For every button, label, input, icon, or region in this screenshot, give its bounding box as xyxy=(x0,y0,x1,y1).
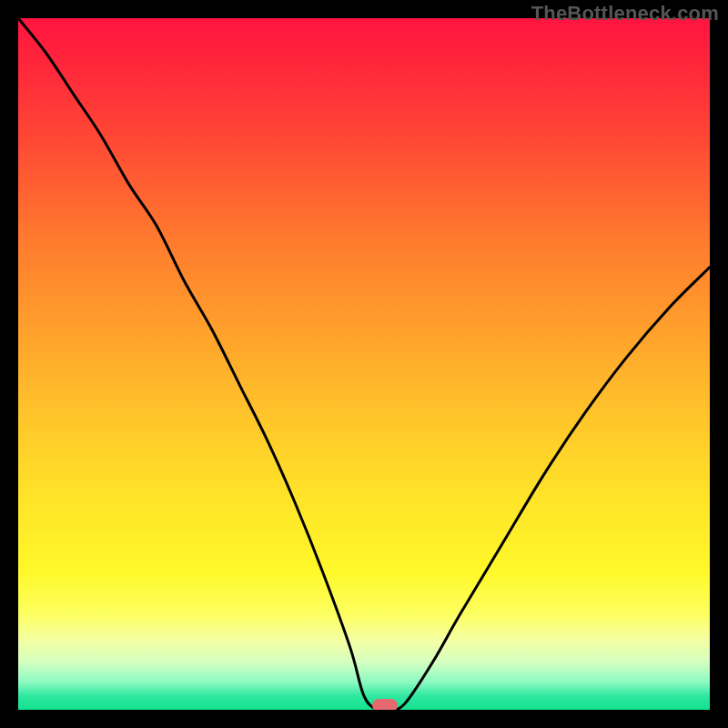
plot-area xyxy=(18,18,710,710)
bottleneck-curve xyxy=(18,18,710,710)
chart-frame: TheBottleneck.com xyxy=(0,0,728,728)
minimum-marker xyxy=(372,699,398,710)
watermark-text: TheBottleneck.com xyxy=(531,2,719,25)
